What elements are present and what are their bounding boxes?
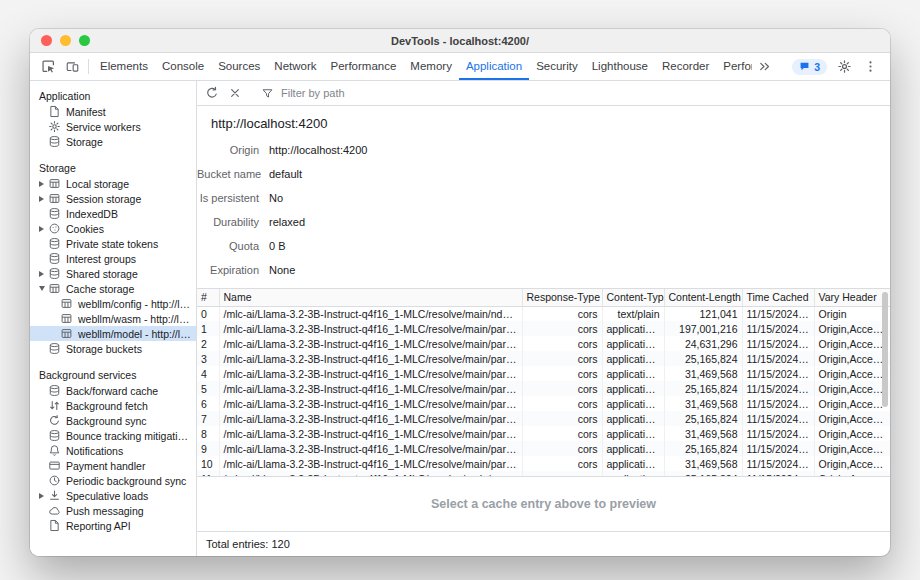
table-row[interactable]: 3/mlc-ai/Llama-3.2-3B-Instruct-q4f16_1-M… [197, 351, 890, 366]
tab-sources[interactable]: Sources [211, 53, 267, 80]
sidebar-item-payment-handler[interactable]: Payment handler [30, 458, 196, 473]
tab-memory[interactable]: Memory [403, 53, 459, 80]
column-header-time-cached[interactable]: Time Cached [742, 289, 814, 306]
column-header-vary-header[interactable]: Vary Header [814, 289, 890, 306]
sidebar-section-title: Application [30, 88, 196, 104]
close-window-button[interactable] [41, 35, 52, 46]
column-header-name[interactable]: Name [219, 289, 522, 306]
database-icon [48, 207, 61, 220]
inspect-element-button[interactable] [36, 53, 60, 80]
sidebar-item-back-forward-cache[interactable]: Back/forward cache [30, 383, 196, 398]
cell-: 11 [197, 471, 219, 476]
tab-performance-insights[interactable]: Performance insights [716, 53, 752, 80]
sidebar-item-session-storage[interactable]: Session storage [30, 191, 196, 206]
sidebar-item-background-sync[interactable]: Background sync [30, 413, 196, 428]
table-row[interactable]: 2/mlc-ai/Llama-3.2-3B-Instruct-q4f16_1-M… [197, 336, 890, 351]
table-row[interactable]: 4/mlc-ai/Llama-3.2-3B-Instruct-q4f16_1-M… [197, 366, 890, 381]
sidebar-item-storage[interactable]: Storage [30, 134, 196, 149]
table-row[interactable]: 11/mlc-ai/Llama-3.2-3B-Instruct-q4f16_1-… [197, 471, 890, 476]
table-row[interactable]: 0/mlc-ai/Llama-3.2-3B-Instruct-q4f16_1-M… [197, 306, 890, 321]
minimize-window-button[interactable] [60, 35, 71, 46]
cell-vary-header: Origin,Access... [814, 426, 890, 441]
sidebar-item-indexeddb[interactable]: IndexedDB [30, 206, 196, 221]
table-row[interactable]: 1/mlc-ai/Llama-3.2-3B-Instruct-q4f16_1-M… [197, 321, 890, 336]
sidebar-item-notifications[interactable]: Notifications [30, 443, 196, 458]
table-row[interactable]: 5/mlc-ai/Llama-3.2-3B-Instruct-q4f16_1-M… [197, 381, 890, 396]
metadata-row-origin: Originhttp://localhost:4200 [197, 138, 890, 162]
cell-response-type: cors [522, 441, 602, 456]
tab-performance[interactable]: Performance [324, 53, 404, 80]
tab-recorder[interactable]: Recorder [655, 53, 716, 80]
refresh-button[interactable] [201, 86, 223, 100]
table-icon [60, 312, 73, 325]
menu-button[interactable] [858, 59, 882, 74]
sidebar-item-bounce-tracking-mitigations[interactable]: Bounce tracking mitigations [30, 428, 196, 443]
sidebar-item-service-workers[interactable]: Service workers [30, 119, 196, 134]
table-row[interactable]: 6/mlc-ai/Llama-3.2-3B-Instruct-q4f16_1-M… [197, 396, 890, 411]
sidebar-item-reporting-api[interactable]: Reporting API [30, 518, 196, 533]
expander-arrow[interactable] [35, 226, 48, 232]
sidebar-item-webllm-wasm-http-loca[interactable]: webllm/wasm - http://loca... [30, 311, 196, 326]
table-row[interactable]: 7/mlc-ai/Llama-3.2-3B-Instruct-q4f16_1-M… [197, 411, 890, 426]
tab-security[interactable]: Security [529, 53, 585, 80]
sidebar-item-interest-groups[interactable]: Interest groups [30, 251, 196, 266]
table-row[interactable]: 9/mlc-ai/Llama-3.2-3B-Instruct-q4f16_1-M… [197, 441, 890, 456]
tab-network[interactable]: Network [267, 53, 323, 80]
delete-selected-button[interactable] [224, 86, 246, 100]
expander-arrow[interactable] [35, 286, 48, 291]
metadata-label: Expiration [197, 264, 259, 276]
sidebar-item-speculative-loads[interactable]: Speculative loads [30, 488, 196, 503]
sidebar-item-label: Background sync [66, 415, 151, 427]
tab-lighthouse[interactable]: Lighthouse [585, 53, 655, 80]
cell-response-type: cors [522, 456, 602, 471]
tab-application[interactable]: Application [459, 53, 529, 80]
sidebar-item-webllm-model-http-loc[interactable]: webllm/model - http://loc... [30, 326, 196, 341]
sidebar-item-periodic-background-sync[interactable]: Periodic background sync [30, 473, 196, 488]
sidebar-item-private-state-tokens[interactable]: Private state tokens [30, 236, 196, 251]
table-scrollbar[interactable] [882, 292, 888, 407]
sidebar-item-storage-buckets[interactable]: Storage buckets [30, 341, 196, 356]
expander-arrow[interactable] [35, 271, 48, 277]
cache-entries-table: #NameResponse-TypeContent-TypeContent-Le… [197, 288, 890, 476]
cell-name: /mlc-ai/Llama-3.2-3B-Instruct-q4f16_1-ML… [219, 351, 522, 366]
expander-arrow[interactable] [35, 181, 48, 187]
zoom-window-button[interactable] [79, 35, 90, 46]
settings-button[interactable] [832, 59, 856, 74]
sidebar-item-label: IndexedDB [66, 208, 122, 220]
tab-elements[interactable]: Elements [93, 53, 155, 80]
sidebar-item-manifest[interactable]: Manifest [30, 104, 196, 119]
sidebar-item-push-messaging[interactable]: Push messaging [30, 503, 196, 518]
sidebar-item-cache-storage[interactable]: Cache storage [30, 281, 196, 296]
sidebar-item-background-fetch[interactable]: Background fetch [30, 398, 196, 413]
expander-arrow[interactable] [35, 493, 48, 499]
cell-response-type: cors [522, 321, 602, 336]
tab-console[interactable]: Console [155, 53, 211, 80]
cell-time-cached: 11/15/2024, 10... [742, 336, 814, 351]
cell-content-type: application/oc... [602, 396, 664, 411]
cell-name: /mlc-ai/Llama-3.2-3B-Instruct-q4f16_1-ML… [219, 396, 522, 411]
table-row[interactable]: 10/mlc-ai/Llama-3.2-3B-Instruct-q4f16_1-… [197, 456, 890, 471]
column-header-[interactable]: # [197, 289, 219, 306]
cell-content-type: application/oc... [602, 336, 664, 351]
cell-content-length: 25,165,824 [664, 381, 742, 396]
cell-vary-header: Origin,Access... [814, 411, 890, 426]
table-row[interactable]: 8/mlc-ai/Llama-3.2-3B-Instruct-q4f16_1-M… [197, 426, 890, 441]
column-header-content-type[interactable]: Content-Type [602, 289, 664, 306]
column-header-content-length[interactable]: Content-Length [664, 289, 742, 306]
sidebar-item-shared-storage[interactable]: Shared storage [30, 266, 196, 281]
console-messages-badge[interactable]: 3 [792, 59, 827, 75]
cell-content-type: application/oc... [602, 411, 664, 426]
more-panels-button[interactable] [752, 59, 776, 74]
sidebar-item-webllm-config-http-loc[interactable]: webllm/config - http://loc... [30, 296, 196, 311]
sidebar-item-cookies[interactable]: Cookies [30, 221, 196, 236]
metadata-row-bucket-name: Bucket namedefault [197, 162, 890, 186]
expander-arrow[interactable] [35, 196, 48, 202]
device-toolbar-button[interactable] [60, 53, 84, 80]
console-messages-count: 3 [814, 61, 820, 73]
cell-time-cached: 11/15/2024, 10... [742, 381, 814, 396]
column-header-response-type[interactable]: Response-Type [522, 289, 602, 306]
filter-field[interactable] [261, 86, 886, 100]
sidebar-item-local-storage[interactable]: Local storage [30, 176, 196, 191]
divider [88, 59, 89, 74]
filter-input[interactable] [279, 86, 886, 100]
